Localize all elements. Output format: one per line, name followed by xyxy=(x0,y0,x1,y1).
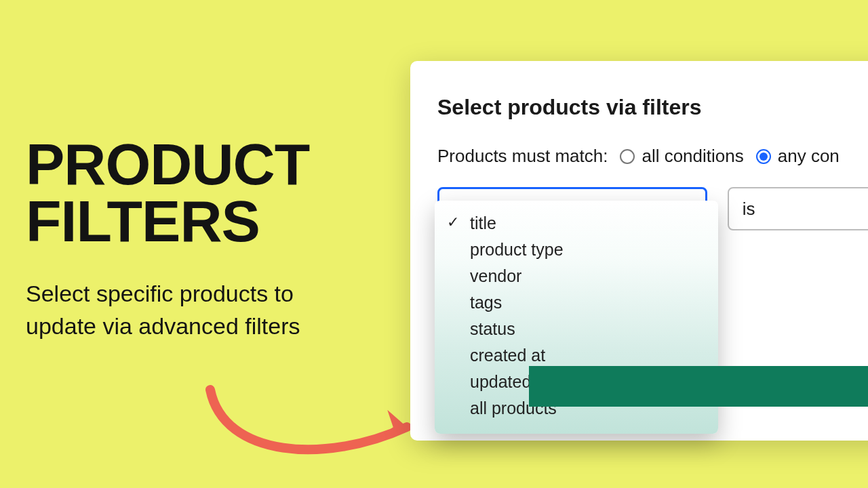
dropdown-option-title[interactable]: title xyxy=(435,210,718,237)
radio-all-label: all conditions xyxy=(642,146,743,167)
field-select-wrap: title product type vendor tags status cr… xyxy=(437,187,707,230)
radio-icon xyxy=(756,149,771,164)
action-bar[interactable] xyxy=(529,366,868,407)
dropdown-option-created-at[interactable]: created at xyxy=(435,342,718,369)
subheadline: Select specific products to update via a… xyxy=(26,278,324,342)
headline-line-2: FILTERS xyxy=(26,192,309,249)
radio-all-conditions[interactable]: all conditions xyxy=(620,146,743,167)
filter-row: title product type vendor tags status cr… xyxy=(437,187,868,230)
match-label: Products must match: xyxy=(437,146,608,167)
dropdown-option-product-type[interactable]: product type xyxy=(435,237,718,263)
radio-any-condition[interactable]: any con xyxy=(756,146,840,167)
dropdown-option-tags[interactable]: tags xyxy=(435,289,718,316)
radio-any-label: any con xyxy=(778,146,840,167)
arrow-icon xyxy=(203,376,427,471)
panel-title: Select products via filters xyxy=(437,95,868,120)
headline-line-1: PRODUCT xyxy=(26,136,309,192)
dropdown-option-status[interactable]: status xyxy=(435,316,718,342)
dropdown-option-vendor[interactable]: vendor xyxy=(435,263,718,289)
match-row: Products must match: all conditions any … xyxy=(437,146,868,167)
condition-value: is xyxy=(743,199,755,220)
radio-icon xyxy=(620,149,635,164)
condition-select[interactable]: is xyxy=(728,187,868,230)
promo-canvas: PRODUCT FILTERS Select specific products… xyxy=(0,0,868,488)
headline: PRODUCT FILTERS xyxy=(26,136,309,250)
